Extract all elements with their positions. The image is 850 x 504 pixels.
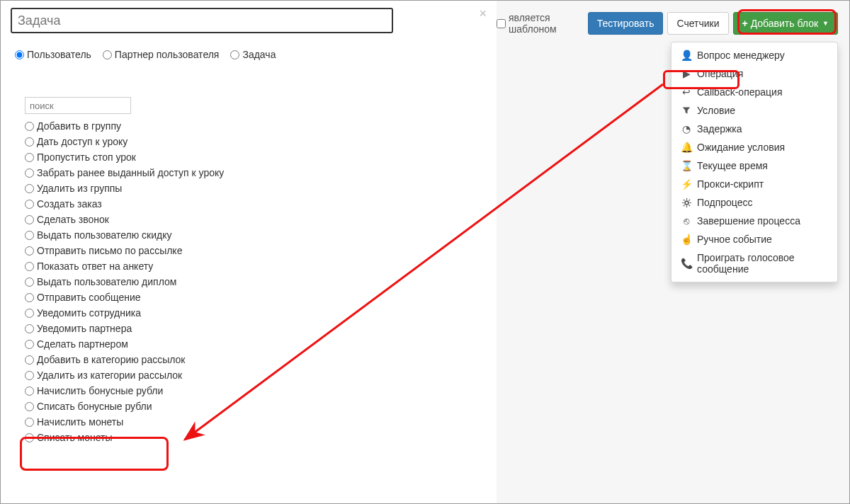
operation-label: Выдать пользователю скидку [37, 229, 172, 241]
tab-task[interactable]: Задача [230, 49, 276, 60]
tab-partner[interactable]: Партнер пользователя [103, 49, 220, 60]
tab-user[interactable]: Пользователь [15, 49, 91, 60]
operation-radio[interactable] [25, 433, 34, 442]
play-icon: ▶ [681, 68, 691, 79]
dropdown-item-manual[interactable]: ☝Ручное событие [672, 230, 837, 248]
operation-label: Сделать звонок [37, 214, 109, 225]
operation-option[interactable]: Забрать ранее выданный доступ к уроку [25, 165, 487, 181]
operation-option[interactable]: Добавить в группу [25, 118, 487, 134]
dropdown-item-callback[interactable]: ↩Callback-операция [672, 83, 837, 101]
operation-radio[interactable] [25, 262, 34, 271]
operation-radio[interactable] [25, 122, 34, 131]
test-button[interactable]: Тестировать [588, 12, 664, 35]
operation-label: Отправить сообщение [37, 292, 141, 303]
operation-label: Удалить из категории рассылок [37, 370, 182, 381]
tab-partner-radio[interactable] [103, 50, 112, 59]
operation-option[interactable]: Списать монеты [25, 430, 487, 445]
dropdown-item-wait[interactable]: 🔔Ожидание условия [672, 138, 837, 156]
reply-icon: ↩ [681, 86, 691, 98]
operation-option[interactable]: Начислить монеты [25, 414, 487, 430]
counters-button[interactable]: Счетчики [667, 12, 728, 35]
operation-radio[interactable] [25, 184, 34, 193]
operation-option[interactable]: Уведомить партнера [25, 321, 487, 336]
operation-radio[interactable] [25, 386, 34, 396]
operation-option[interactable]: Показать ответ на анкету [25, 258, 487, 274]
dropdown-item-label: Вопрос менеджеру [697, 50, 785, 61]
operation-option[interactable]: Выдать пользователю диплом [25, 274, 487, 290]
dropdown-item-time[interactable]: ⌛Текущее время [672, 156, 837, 175]
operation-label: Уведомить сотрудника [37, 307, 141, 319]
dropdown-item-delay[interactable]: ◔Задержка [672, 120, 837, 138]
operation-radio[interactable] [25, 231, 34, 240]
template-checkbox[interactable] [497, 19, 506, 28]
operation-radio[interactable] [25, 153, 34, 162]
operation-radio[interactable] [25, 402, 34, 411]
operation-label: Списать монеты [37, 432, 113, 443]
tab-user-radio[interactable] [15, 50, 24, 59]
plus-icon: + [742, 18, 748, 29]
task-title-input[interactable] [11, 8, 393, 33]
operation-label: Уведомить партнера [37, 323, 132, 334]
dropdown-item-question[interactable]: 👤Вопрос менеджеру [672, 46, 837, 64]
operation-radio[interactable] [25, 137, 34, 147]
dropdown-item-label: Проиграть голосовое сообщение [697, 252, 827, 275]
operation-option[interactable]: Выдать пользователю скидку [25, 227, 487, 243]
hourglass-icon: ⌛ [681, 160, 691, 171]
operation-radio[interactable] [25, 340, 34, 349]
add-block-button[interactable]: + Добавить блок ▼ [733, 12, 839, 35]
operation-label: Создать заказ [37, 198, 102, 210]
operations-list: Добавить в группуДать доступ к урокуПроп… [25, 118, 487, 445]
operation-radio[interactable] [25, 355, 34, 365]
operation-radio[interactable] [25, 309, 34, 318]
template-checkbox-label[interactable]: является шаблоном [497, 12, 578, 35]
svg-point-0 [685, 201, 688, 205]
operation-radio[interactable] [25, 215, 34, 224]
operation-option[interactable]: Дать доступ к уроку [25, 134, 487, 149]
operation-option[interactable]: Отправить письмо по рассылке [25, 243, 487, 258]
operation-option[interactable]: Удалить из группы [25, 181, 487, 196]
operation-search-input[interactable] [25, 97, 131, 114]
dropdown-item-condition[interactable]: Условие [672, 101, 837, 120]
dropdown-item-subprocess[interactable]: Подпроцесс [672, 193, 837, 212]
tab-task-radio[interactable] [230, 50, 239, 59]
dropdown-item-label: Текущее время [697, 160, 768, 171]
operation-radio[interactable] [25, 293, 34, 302]
dropdown-item-label: Условие [697, 105, 735, 116]
tab-label: Пользователь [27, 49, 91, 60]
user-icon: 👤 [681, 50, 691, 61]
operation-radio[interactable] [25, 246, 34, 256]
operation-label: Добавить в группу [37, 120, 121, 132]
operation-option[interactable]: Отправить сообщение [25, 290, 487, 305]
operation-option[interactable]: Пропустить стоп урок [25, 149, 487, 165]
operation-option[interactable]: Сделать звонок [25, 212, 487, 227]
operation-label: Начислить бонусные рубли [37, 385, 163, 396]
operation-label: Списать бонусные рубли [37, 401, 152, 412]
operation-option[interactable]: Создать заказ [25, 196, 487, 212]
operation-radio[interactable] [25, 324, 34, 333]
exit-icon: ⎋ [681, 215, 691, 227]
dropdown-item-finish[interactable]: ⎋Завершение процесса [672, 212, 837, 230]
operation-radio[interactable] [25, 371, 34, 380]
operation-option[interactable]: Удалить из категории рассылок [25, 367, 487, 383]
operation-option[interactable]: Сделать партнером [25, 336, 487, 352]
operation-option[interactable]: Списать бонусные рубли [25, 399, 487, 414]
operation-label: Пропустить стоп урок [37, 151, 136, 163]
operation-label: Показать ответ на анкету [37, 260, 153, 272]
operation-radio[interactable] [25, 168, 34, 178]
operation-option[interactable]: Добавить в категорию рассылок [25, 352, 487, 367]
operation-radio[interactable] [25, 200, 34, 209]
close-icon[interactable]: × [479, 6, 487, 21]
operation-option[interactable]: Уведомить сотрудника [25, 305, 487, 321]
dropdown-item-operation[interactable]: ▶Операция [672, 64, 837, 83]
dropdown-item-label: Задержка [697, 123, 742, 134]
dropdown-item-voice[interactable]: 📞Проиграть голосовое сообщение [672, 248, 837, 278]
dropdown-item-label: Прокси-скрипт [697, 178, 764, 190]
operation-radio[interactable] [25, 277, 34, 287]
operation-radio[interactable] [25, 418, 34, 427]
operation-label: Выдать пользователю диплом [37, 276, 176, 287]
tab-label: Партнер пользователя [115, 49, 220, 60]
dropdown-item-label: Операция [697, 68, 743, 79]
dropdown-item-proxy[interactable]: ⚡Прокси-скрипт [672, 175, 837, 193]
add-block-dropdown[interactable]: 👤Вопрос менеджеру ▶Операция ↩Callback-оп… [671, 42, 838, 282]
operation-option[interactable]: Начислить бонусные рубли [25, 383, 487, 399]
